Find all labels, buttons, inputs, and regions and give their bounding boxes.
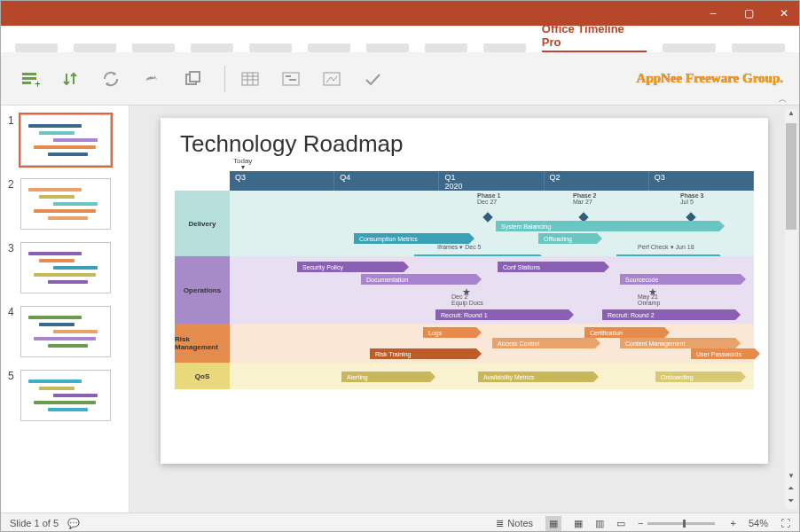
comments-icon[interactable]: 💬 [67, 518, 80, 529]
scroll-up-icon[interactable]: ▲ [785, 109, 797, 121]
swimlane-operations: OperationsSecurity PolicyConf StationsDo… [175, 256, 754, 324]
thumbnail-image[interactable] [20, 178, 111, 230]
slide-canvas-area: Technology Roadmap TodayQ3Q4Q12020Q2Q3De… [129, 106, 799, 512]
notes-label: Notes [507, 518, 533, 528]
scroll-down-icon[interactable]: ▼ [785, 472, 797, 484]
zoom-slider-knob[interactable] [683, 520, 686, 528]
task-bar[interactable]: User Passwords [691, 348, 755, 359]
task-bar[interactable]: Sourcecode [620, 274, 741, 285]
task-bar[interactable]: Alerting [341, 372, 430, 382]
task-bar[interactable]: Logs [423, 327, 476, 338]
window-maximize-button[interactable]: ▢ [739, 4, 758, 23]
accept-button[interactable] [360, 66, 385, 91]
ribbon-tab-placeholder[interactable] [366, 43, 409, 52]
thumbnail-image[interactable] [20, 242, 111, 293]
thumbnail-1[interactable]: 1 [8, 114, 122, 166]
sorter-view-button[interactable]: ▦ [574, 518, 583, 529]
timeline-quarter-cell: Q3 [230, 171, 334, 191]
timeline-quarter-cell: Q2 [545, 171, 649, 191]
task-bar[interactable]: Risk Training [370, 348, 476, 359]
zoom-out-button[interactable]: − [638, 518, 643, 528]
svg-rect-5 [190, 72, 200, 82]
collapse-ribbon-icon[interactable]: ︿ [779, 94, 787, 106]
slide-thumbnail-panel: 12345 [1, 106, 129, 512]
style-button[interactable] [319, 66, 344, 91]
task-bar[interactable]: Security Policy [297, 262, 404, 272]
ribbon-tab-row: Office Timeline Pro [1, 26, 799, 52]
copy-slide-button[interactable] [180, 66, 205, 91]
vertical-scrollbar[interactable]: ▲ ▼ ⏶ ⏷ [785, 109, 797, 509]
window-minimize-button[interactable]: – [703, 4, 723, 23]
next-slide-icon[interactable]: ⏷ [785, 497, 797, 509]
toolbar-separator [224, 66, 225, 92]
thumbnail-3[interactable]: 3 [8, 242, 122, 293]
thumbnail-number: 3 [8, 242, 20, 254]
normal-view-button[interactable]: ▦ [545, 516, 561, 531]
swimlane-qos: QoSAlertingAvailability MetricsOnboardin… [175, 363, 754, 389]
svg-rect-2 [22, 82, 31, 84]
notes-button[interactable]: ≣ Notes [496, 518, 533, 529]
ribbon-tab-placeholder[interactable] [249, 43, 292, 52]
thumbnail-4[interactable]: 4 [8, 306, 122, 357]
window-close-button[interactable]: ✕ [774, 4, 794, 23]
sync-button[interactable] [98, 66, 123, 91]
statusbar: Slide 1 of 5 💬 ≣ Notes ▦ ▦ ▥ ▭ − + 54% ⛶ [1, 512, 799, 532]
timeline-quarter-cell: Q4 [334, 171, 439, 191]
ribbon-tab-placeholder[interactable] [308, 43, 350, 52]
swimlane-label: QoS [175, 363, 230, 389]
task-bar[interactable]: Consumption Metrics [354, 233, 469, 244]
svg-rect-13 [289, 79, 296, 81]
ribbon-tab-placeholder[interactable] [191, 43, 233, 52]
slide-count-label: Slide 1 of 5 [10, 518, 59, 528]
phase-label: Phase 1Dec 27 [477, 192, 500, 205]
share-button[interactable] [139, 66, 164, 91]
zoom-percent-label[interactable]: 54% [749, 518, 768, 528]
phase-label: Phase 3Jul 5 [680, 192, 703, 205]
reading-view-button[interactable]: ▥ [595, 518, 604, 529]
task-bar[interactable]: System Balancing [496, 221, 719, 231]
task-bar[interactable]: Certification [584, 327, 664, 338]
ribbon-tab-placeholder[interactable] [74, 43, 116, 52]
new-timeline-button[interactable]: + [17, 66, 42, 91]
task-bar[interactable]: Recruit: Round 2 [602, 309, 735, 320]
prev-slide-icon[interactable]: ⏶ [785, 484, 797, 497]
task-bar[interactable]: Offloading [538, 233, 597, 244]
task-bar[interactable]: Access Control [492, 338, 595, 348]
ribbon-tab-placeholder[interactable] [483, 43, 526, 52]
ribbon-tab-placeholder[interactable] [425, 43, 467, 52]
thumbnail-5[interactable]: 5 [8, 370, 122, 421]
zoom-in-button[interactable]: + [731, 518, 736, 528]
thumbnail-image[interactable] [20, 370, 111, 421]
task-annotation: Iframes ▾ Dec 5 [437, 244, 482, 251]
swimlane-body: AlertingAvailability MetricsOnboarding [230, 363, 754, 389]
watermark-brand: AppNee Freeware Group. [637, 71, 783, 86]
slide[interactable]: Technology Roadmap TodayQ3Q4Q12020Q2Q3De… [161, 118, 768, 464]
sort-button[interactable] [58, 66, 82, 91]
swimlane-body: LogsCertificationAccess ControlContent M… [230, 324, 754, 363]
svg-text:+: + [35, 78, 40, 88]
task-bar[interactable]: Conf Stations [498, 262, 604, 272]
task-bar[interactable]: Onboarding [655, 372, 741, 382]
slide-title: Technology Roadmap [180, 130, 404, 158]
task-annotation: Perf Check ▾ Jun 18 [638, 244, 694, 251]
scroll-handle[interactable] [786, 123, 796, 230]
task-bar[interactable]: Documentation [361, 274, 476, 285]
ribbon-tab-placeholder[interactable] [732, 43, 785, 52]
ribbon-toolbar: + AppNee Freeware Group. ︿ [1, 52, 799, 106]
ribbon-tab-placeholder[interactable] [15, 43, 58, 52]
template-button[interactable] [278, 66, 303, 91]
zoom-slider[interactable] [647, 522, 715, 525]
ribbon-tab-office-timeline-pro[interactable]: Office Timeline Pro [542, 22, 647, 52]
ribbon-tab-placeholder[interactable] [132, 43, 175, 52]
thumbnail-image[interactable] [20, 306, 111, 357]
task-bar[interactable]: Content Management [620, 338, 735, 348]
swimlane-label: Risk Management [175, 324, 230, 363]
table-view-button[interactable] [238, 66, 263, 91]
task-bar[interactable]: Recruit: Round 1 [435, 309, 569, 320]
slideshow-button[interactable]: ▭ [616, 518, 625, 529]
task-bar[interactable]: Availability Metrics [478, 372, 593, 382]
thumbnail-image[interactable] [20, 114, 111, 166]
fit-window-button[interactable]: ⛶ [780, 518, 790, 528]
thumbnail-2[interactable]: 2 [8, 178, 122, 230]
ribbon-tab-placeholder[interactable] [663, 43, 716, 52]
